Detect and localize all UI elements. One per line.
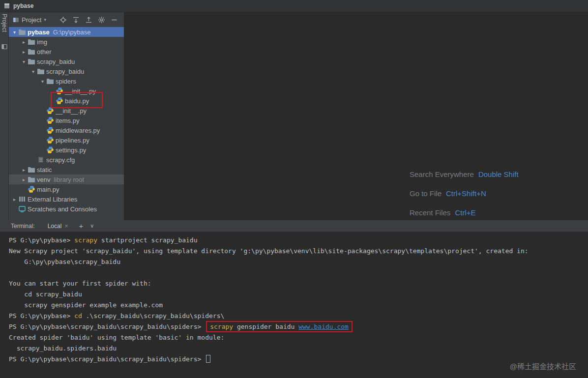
folder-icon [28, 48, 36, 56]
tree-item-init-py[interactable]: __init__.py [9, 86, 124, 96]
tree-item-img[interactable]: ▸img [9, 37, 124, 47]
tree-item-spiders[interactable]: ▾spiders [9, 76, 124, 86]
tree-item-label: settings.py [55, 146, 86, 154]
terminal-panel-label: Terminal: [11, 223, 35, 230]
tree-item-label: scrapy_baidu [36, 58, 75, 65]
tree-item-label: pybase [27, 29, 50, 36]
terminal-line: G:\py\pybase\scrapy_baidu [9, 257, 588, 267]
terminal-text: startproject scrapy_baidu [97, 236, 198, 244]
terminal-link[interactable]: www.baidu.com [298, 323, 349, 330]
folder-icon [28, 58, 36, 65]
tree-item-label: pipelines.py [55, 137, 89, 144]
python-icon [46, 146, 55, 154]
tree-item-label: External Libraries [27, 196, 77, 203]
terminal-line: cd scrapy_baidu [9, 289, 588, 300]
hide-icon[interactable] [111, 16, 118, 24]
tree-item-pipelines-py[interactable]: pipelines.py [9, 135, 124, 145]
terminal-tab-label: Local [48, 223, 62, 230]
shortcut-hint: Search EverywhereDouble Shift [410, 165, 519, 184]
settings-icon[interactable] [98, 16, 105, 24]
tree-item-scrapy-cfg[interactable]: scrapy.cfg [9, 155, 124, 165]
tree-item-hint: G:\py\pybase [53, 29, 91, 36]
tree-item-external-libraries[interactable]: ▸External Libraries [9, 194, 124, 204]
tree-item-hint: library root [54, 176, 84, 183]
terminal-text: cd scrapy_baidu [9, 291, 82, 298]
terminal-text: scrapy [210, 323, 233, 330]
tree-item-label: scrapy_baidu [46, 68, 84, 75]
terminal-panel: Terminal: Local × + ∨ PS G:\py\pybase> s… [0, 220, 588, 378]
tree-item-baidu-py[interactable]: baidu.py [9, 96, 124, 106]
project-view-selector[interactable]: Project ▾ [13, 16, 46, 24]
editor-area: Search EverywhereDouble ShiftGo to FileC… [124, 12, 588, 220]
chevron-down-icon[interactable]: ∨ [90, 223, 94, 229]
terminal-text: PS G:\py\pybase> [9, 312, 74, 320]
project-toolbar: Project ▾ [9, 12, 124, 27]
close-icon[interactable]: × [64, 223, 68, 230]
terminal-line: New Scrapy project 'scrapy_baidu', using… [9, 246, 588, 257]
python-icon [28, 185, 36, 193]
shortcut-keys: Ctrl+E [455, 208, 475, 217]
terminal-line: You can start your first spider with: [9, 278, 588, 289]
shortcut-label: Search Everywhere [410, 170, 474, 178]
tree-item-scrapy-baidu[interactable]: ▾scrapy_baidu [9, 66, 124, 76]
shortcut-label: Recent Files [410, 208, 450, 217]
tree-item-pybase[interactable]: ▾pybaseG:\py\pybase [9, 27, 124, 37]
chevron-right-icon[interactable]: ▸ [20, 49, 28, 55]
tree-item-label: items.py [55, 117, 79, 124]
tree-item-items-py[interactable]: items.py [9, 116, 124, 125]
scratches-icon [18, 205, 27, 213]
tree-item-label: baidu.py [64, 97, 89, 105]
locate-icon[interactable] [59, 16, 67, 24]
tree-item-static[interactable]: ▸static [9, 165, 124, 174]
tree-item-middlewares-py[interactable]: middlewares.py [9, 125, 124, 135]
terminal-text: G:\py\pybase\scrapy_baidu [9, 258, 120, 265]
terminal-text: genspider baidu [233, 323, 298, 330]
chevron-right-icon[interactable]: ▸ [20, 39, 28, 45]
project-view-label: Project [22, 16, 41, 24]
tree-item-init-py[interactable]: __init__.py [9, 106, 124, 116]
python-icon [56, 87, 64, 95]
tree-item-label: other [36, 48, 52, 56]
title-bar: pybase [0, 0, 588, 12]
expand-all-icon[interactable] [72, 16, 80, 24]
chevron-right-icon[interactable]: ▸ [20, 167, 28, 173]
chevron-down-icon[interactable]: ▾ [20, 59, 28, 64]
tree-item-other[interactable]: ▸other [9, 47, 124, 57]
python-icon [46, 107, 55, 115]
tree-item-main-py[interactable]: main.py [9, 184, 124, 194]
project-view-icon [13, 17, 19, 23]
shortcut-hint: Recent FilesCtrl+E [410, 203, 519, 222]
project-panel: Project ▾ ▾pybaseG:\py\pybase▸img▸other▾… [9, 12, 124, 220]
tree-item-settings-py[interactable]: settings.py [9, 145, 124, 155]
terminal-header: Terminal: Local × + ∨ [0, 220, 588, 232]
tree-item-label: Scratches and Consoles [27, 205, 97, 213]
new-terminal-icon[interactable]: + [79, 222, 83, 230]
chevron-down-icon[interactable]: ▾ [29, 69, 37, 74]
terminal-line [9, 267, 588, 278]
tree-item-scrapy-baidu[interactable]: ▾scrapy_baidu [9, 57, 124, 66]
terminal-line: PS G:\py\pybase\scrapy_baidu\scrapy_baid… [9, 354, 588, 365]
terminal-line: PS G:\py\pybase> cd .\scrapy_baidu\scrap… [9, 311, 588, 321]
terminal-text: Created spider 'baidu' using template 'b… [9, 334, 224, 341]
tree-item-scratches-and-consoles[interactable]: Scratches and Consoles [9, 204, 124, 214]
tree-item-label: __init__.py [64, 87, 96, 95]
terminal-line: scrapy_baidu.spiders.baidu [9, 343, 588, 354]
terminal-output[interactable]: PS G:\py\pybase> scrapy startproject scr… [0, 233, 588, 378]
project-toolwindow-button[interactable]: Project [1, 14, 8, 32]
python-icon [46, 116, 55, 124]
shortcut-hint: Go to FileCtrl+Shift+N [410, 184, 519, 203]
chevron-down-icon[interactable]: ▾ [11, 29, 18, 35]
tree-item-venv[interactable]: ▸venvlibrary root [9, 174, 124, 184]
collapse-all-icon[interactable] [85, 16, 92, 24]
chevron-right-icon[interactable]: ▸ [11, 197, 18, 202]
toolwindow-icon[interactable] [1, 43, 7, 52]
chevron-right-icon[interactable]: ▸ [20, 177, 28, 182]
terminal-text: scrapy_baidu.spiders.baidu [9, 345, 117, 352]
terminal-tab-local[interactable]: Local × [48, 223, 68, 230]
chevron-down-icon: ▾ [44, 17, 46, 22]
chevron-down-icon[interactable]: ▾ [39, 79, 46, 84]
folder-icon [37, 67, 46, 75]
tree-item-label: static [36, 166, 52, 174]
folder-icon [46, 77, 55, 85]
terminal-text: You can start your first spider with: [9, 280, 151, 287]
